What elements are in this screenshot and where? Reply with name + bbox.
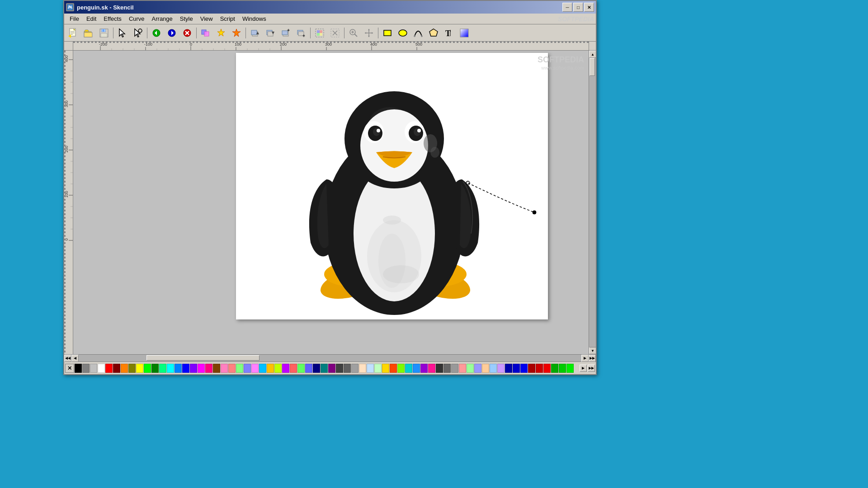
color-swatch-44[interactable] — [413, 364, 420, 373]
color-swatch-47[interactable] — [436, 364, 443, 373]
color-swatch-20[interactable] — [228, 364, 236, 373]
color-swatch-52[interactable] — [474, 364, 481, 373]
color-swatch-26[interactable] — [274, 364, 282, 373]
open-button[interactable] — [81, 26, 96, 40]
color-swatch-29[interactable] — [297, 364, 305, 373]
color-swatch-6[interactable] — [121, 364, 128, 373]
color-swatch-42[interactable] — [397, 364, 405, 373]
color-swatch-22[interactable] — [244, 364, 251, 373]
raise-top-button[interactable] — [278, 26, 293, 40]
menu-style[interactable]: Style — [176, 14, 197, 23]
color-swatch-8[interactable] — [136, 364, 143, 373]
layer-down-button[interactable] — [263, 26, 278, 40]
color-swatch-18[interactable] — [213, 364, 220, 373]
color-swatch-60[interactable] — [536, 364, 543, 373]
menu-effects[interactable]: Effects — [100, 14, 125, 23]
new-button[interactable] — [66, 26, 80, 40]
menu-windows[interactable]: Windows — [239, 14, 270, 23]
color-swatch-61[interactable] — [543, 364, 551, 373]
save-button[interactable] — [97, 26, 111, 40]
explode-button[interactable] — [214, 26, 228, 40]
menu-arrange[interactable]: Arrange — [148, 14, 176, 23]
color-swatch-4[interactable] — [105, 364, 113, 373]
gradient-tool[interactable] — [457, 26, 472, 40]
rectangle-tool[interactable] — [380, 26, 395, 40]
color-swatch-54[interactable] — [490, 364, 497, 373]
redo-button[interactable] — [165, 26, 179, 40]
hscroll-thumb[interactable] — [146, 355, 259, 361]
scroll-right-right-button[interactable]: ▶▶ — [589, 355, 596, 362]
color-swatch-27[interactable] — [282, 364, 289, 373]
crosshair-button[interactable] — [362, 26, 376, 40]
zoom-button[interactable] — [346, 26, 361, 40]
color-swatch-10[interactable] — [151, 364, 159, 373]
color-swatch-51[interactable] — [467, 364, 474, 373]
scroll-left-left-button[interactable]: ◀◀ — [64, 355, 71, 362]
color-swatch-48[interactable] — [443, 364, 451, 373]
color-swatch-43[interactable] — [405, 364, 412, 373]
color-swatch-53[interactable] — [482, 364, 489, 373]
color-swatch-21[interactable] — [236, 364, 243, 373]
color-swatch-23[interactable] — [251, 364, 259, 373]
scroll-up-button[interactable]: ▲ — [589, 51, 596, 58]
color-swatch-15[interactable] — [190, 364, 197, 373]
color-swatch-2[interactable] — [90, 364, 97, 373]
menu-script[interactable]: Script — [217, 14, 239, 23]
palette-scroll-right[interactable]: ▶ — [580, 365, 587, 372]
color-swatch-3[interactable] — [98, 364, 105, 373]
select-arrow-button[interactable] — [115, 26, 130, 40]
color-swatch-62[interactable] — [551, 364, 558, 373]
color-swatch-31[interactable] — [313, 364, 320, 373]
bezier-tool[interactable] — [411, 26, 425, 40]
color-swatch-32[interactable] — [321, 364, 328, 373]
color-swatch-55[interactable] — [497, 364, 505, 373]
delete-button[interactable] — [180, 26, 194, 40]
color-swatch-0[interactable] — [75, 364, 82, 373]
polygon-tool[interactable] — [426, 26, 441, 40]
color-swatch-5[interactable] — [113, 364, 120, 373]
color-swatch-11[interactable] — [159, 364, 166, 373]
close-button[interactable]: ✕ — [584, 3, 594, 12]
menu-edit[interactable]: Edit — [83, 14, 100, 23]
color-swatch-12[interactable] — [167, 364, 174, 373]
menu-view[interactable]: View — [197, 14, 217, 23]
color-swatch-40[interactable] — [382, 364, 389, 373]
minimize-button[interactable]: ─ — [562, 3, 572, 12]
color-swatch-19[interactable] — [221, 364, 228, 373]
color-swatch-17[interactable] — [205, 364, 212, 373]
color-swatch-58[interactable] — [520, 364, 528, 373]
maximize-button[interactable]: □ — [573, 3, 583, 12]
palette-scroll-right-right[interactable]: ▶▶ — [588, 365, 595, 372]
color-swatch-36[interactable] — [351, 364, 359, 373]
color-swatch-39[interactable] — [374, 364, 382, 373]
color-swatch-41[interactable] — [390, 364, 397, 373]
scroll-right-button[interactable]: ▶ — [581, 355, 589, 362]
text-tool[interactable]: T — [442, 26, 456, 40]
ellipse-tool[interactable] — [396, 26, 410, 40]
color-swatch-30[interactable] — [305, 364, 312, 373]
lower-bottom-button[interactable] — [294, 26, 308, 40]
undo-button[interactable] — [149, 26, 164, 40]
color-swatch-9[interactable] — [144, 364, 151, 373]
star-button[interactable] — [229, 26, 244, 40]
color-swatch-16[interactable] — [198, 364, 205, 373]
menu-file[interactable]: File — [66, 14, 83, 23]
color-swatch-34[interactable] — [336, 364, 343, 373]
color-swatch-28[interactable] — [290, 364, 297, 373]
color-swatch-45[interactable] — [420, 364, 428, 373]
no-color-button[interactable]: ✕ — [65, 364, 74, 373]
select-all-button[interactable] — [312, 26, 327, 40]
deselect-button[interactable] — [328, 26, 342, 40]
color-swatch-46[interactable] — [428, 364, 435, 373]
color-swatch-33[interactable] — [328, 364, 335, 373]
color-swatch-37[interactable] — [359, 364, 366, 373]
color-swatch-24[interactable] — [259, 364, 266, 373]
color-swatch-13[interactable] — [175, 364, 182, 373]
scroll-down-button[interactable]: ▼ — [589, 347, 596, 354]
color-swatch-64[interactable] — [566, 364, 574, 373]
color-swatch-63[interactable] — [559, 364, 566, 373]
group-button[interactable] — [198, 26, 213, 40]
scroll-thumb-right[interactable] — [590, 58, 595, 76]
color-swatch-50[interactable] — [459, 364, 466, 373]
color-swatch-56[interactable] — [505, 364, 512, 373]
